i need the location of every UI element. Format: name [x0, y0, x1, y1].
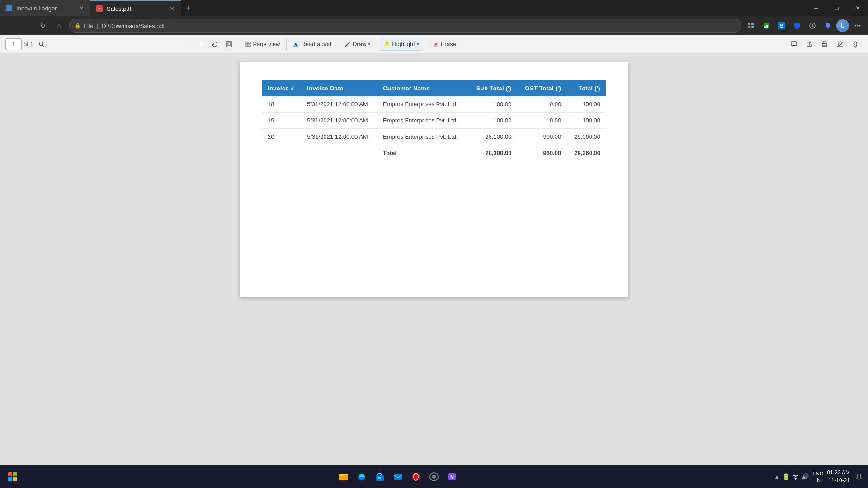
zoom-in-button[interactable]: + — [197, 38, 208, 51]
col-invoice-date: Invoice Date — [302, 80, 377, 96]
cell-total-label: Total — [377, 145, 468, 161]
tab-sales-pdf[interactable]: P Sales.pdf ✕ — [90, 0, 181, 16]
svg-rect-24 — [249, 42, 250, 44]
svg-text:μB: μB — [764, 25, 768, 28]
pdf-toolbar: of 1 − + Page view 🔊 Read aloud Draw — [0, 35, 868, 53]
more-menu-icon[interactable] — [851, 19, 864, 33]
copilot-icon[interactable] — [821, 19, 835, 33]
opera-icon[interactable] — [408, 469, 424, 485]
profile-avatar[interactable]: U — [836, 19, 849, 32]
cell-invoice-num: 20 — [262, 129, 302, 145]
zoom-out-button[interactable]: − — [185, 38, 196, 51]
share-button[interactable] — [802, 38, 816, 51]
collections-icon[interactable] — [744, 19, 758, 33]
tab-innovus-close[interactable]: ✕ — [78, 5, 85, 12]
bing-icon[interactable]: S — [775, 19, 788, 33]
pdf-toolbar-right — [787, 38, 863, 51]
toolbar-separator-4 — [377, 39, 377, 50]
tab-innovus[interactable]: I Innovus Ledger ✕ — [0, 0, 90, 16]
svg-point-16 — [857, 25, 859, 27]
draw-button[interactable]: Draw ▾ — [341, 38, 374, 51]
read-aloud-label: Read aloud — [301, 41, 331, 47]
svg-point-39 — [826, 44, 826, 45]
bitwarden-icon[interactable] — [790, 19, 804, 33]
window-controls: ─ □ ✕ — [806, 0, 868, 16]
tray-expand-icon[interactable]: ▲ — [774, 474, 780, 480]
store-icon[interactable] — [372, 469, 388, 485]
col-invoice-num: Invoice # — [262, 80, 302, 96]
minimize-button[interactable]: ─ — [806, 0, 826, 16]
edge-icon[interactable] — [354, 469, 370, 485]
cell-customer-name: Empros Enterprises Pvt. Ltd. — [377, 129, 468, 145]
add-comment-button[interactable] — [787, 38, 801, 51]
svg-line-19 — [42, 45, 44, 47]
mail-icon[interactable] — [390, 469, 406, 485]
home-button[interactable]: ⌂ — [52, 19, 66, 33]
start-button[interactable] — [4, 468, 22, 486]
page-number-input[interactable] — [5, 38, 22, 50]
circle-app-icon[interactable] — [426, 469, 442, 485]
page-total: of 1 — [24, 41, 33, 47]
svg-rect-26 — [249, 45, 250, 47]
new-tab-button[interactable]: + — [181, 1, 195, 15]
page-input-group: of 1 — [5, 38, 33, 50]
language-display: ENG IN — [812, 470, 823, 483]
cell-total-total: 29,260.00 — [566, 145, 606, 161]
svg-text:S: S — [780, 23, 783, 28]
highlight-dropdown-icon: ▾ — [417, 42, 419, 47]
url-text: D:/Downloads/Sales.pdf — [102, 23, 165, 29]
svg-point-17 — [859, 25, 861, 27]
svg-text:N: N — [450, 474, 454, 480]
protocol-label: File — [84, 23, 93, 29]
battery-icon: 🔋 — [782, 473, 790, 480]
tab-innovus-label: Innovus Ledger — [16, 5, 57, 12]
toolbar-separator-2 — [286, 39, 287, 50]
svg-point-15 — [855, 25, 856, 27]
lang-primary: ENG — [812, 470, 823, 477]
pdf-search-button[interactable] — [35, 38, 48, 51]
notification-icon[interactable] — [854, 471, 864, 482]
clock-date: 11-10-21 — [827, 477, 850, 484]
cell-invoice-num: 19 — [262, 113, 302, 129]
back-button[interactable]: ← — [4, 19, 17, 33]
col-sub-total: Sub Total (') — [468, 80, 517, 96]
svg-rect-43 — [339, 475, 348, 480]
col-total: Total (') — [566, 80, 606, 96]
print-button[interactable] — [817, 38, 832, 51]
file-explorer-icon[interactable] — [335, 469, 352, 485]
taskbar-icons: N — [335, 469, 460, 485]
rotate-button[interactable] — [208, 38, 222, 51]
history-icon[interactable] — [806, 19, 819, 33]
highlight-button[interactable]: Highlight ▾ — [380, 38, 423, 51]
svg-rect-7 — [751, 26, 754, 28]
tab-sales-pdf-close[interactable]: ✕ — [168, 5, 175, 12]
cell-gst-total: 0.00 — [517, 96, 566, 113]
tab-innovus-favicon: I — [5, 5, 13, 12]
pdf-page: Invoice # Invoice Date Customer Name Sub… — [240, 62, 628, 297]
page-view-button[interactable]: Page view — [242, 38, 283, 51]
refresh-button[interactable]: ↻ — [36, 19, 50, 33]
volume-icon: 🔊 — [802, 473, 809, 480]
pin-button[interactable] — [848, 38, 863, 51]
address-input[interactable]: 🔒 File | D:/Downloads/Sales.pdf — [69, 19, 741, 33]
zoom-in-icon: + — [200, 41, 204, 47]
ublock-icon[interactable]: μB — [760, 19, 773, 33]
purple-app-icon[interactable]: N — [444, 469, 460, 485]
cell-total: 100.00 — [566, 96, 606, 113]
close-button[interactable]: ✕ — [847, 0, 868, 16]
read-aloud-button[interactable]: 🔊 Read aloud — [289, 38, 335, 51]
cell-total-gst: 960.00 — [517, 145, 566, 161]
cell-sub-total: 100.00 — [468, 113, 517, 129]
time-display[interactable]: 01:22 AM 11-10-21 — [827, 469, 850, 484]
edit-button[interactable] — [833, 38, 847, 51]
taskbar-right: ▲ 🔋 🔊 ENG IN 01:22 AM 11-10-21 — [774, 469, 864, 484]
fit-page-button[interactable] — [222, 38, 236, 51]
maximize-button[interactable]: □ — [826, 0, 847, 16]
svg-rect-34 — [791, 42, 797, 46]
url-separator: | — [97, 23, 98, 29]
address-bar: ← → ↻ ⌂ 🔒 File | D:/Downloads/Sales.pdf … — [0, 16, 868, 35]
forward-button[interactable]: → — [20, 19, 33, 33]
erase-button[interactable]: Erase — [429, 38, 460, 51]
svg-rect-5 — [751, 23, 754, 25]
cell-total: 100.00 — [566, 113, 606, 129]
